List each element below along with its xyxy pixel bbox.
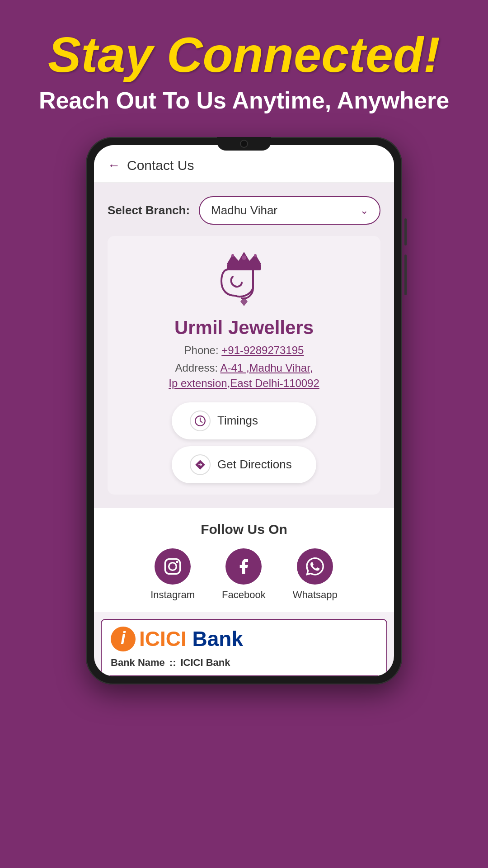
phone-screen: ← Contact Us Select Branch: Madhu Vihar … bbox=[94, 145, 394, 676]
main-title: Stay Connected! bbox=[18, 27, 470, 82]
icici-bank-text: ICICI Bank bbox=[139, 627, 243, 651]
icici-icon: i bbox=[111, 627, 136, 651]
branch-label: Select Branch: bbox=[108, 203, 190, 217]
svg-point-4 bbox=[254, 254, 257, 257]
icici-logo: i ICICI Bank bbox=[111, 627, 243, 651]
phone-label: Phone: bbox=[184, 344, 219, 356]
app-bar: ← Contact Us bbox=[94, 145, 394, 183]
directions-button[interactable]: Get Directions bbox=[172, 446, 316, 483]
instagram-icon bbox=[155, 548, 191, 585]
screen-content: Select Branch: Madhu Vihar ⌄ bbox=[94, 183, 394, 508]
subtitle: Reach Out To Us Anytime, Anywhere bbox=[18, 86, 470, 114]
bank-info-row: Bank Name :: ICICI Bank bbox=[111, 657, 377, 669]
back-button[interactable]: ← bbox=[108, 158, 120, 173]
app-bar-title: Contact Us bbox=[127, 158, 194, 173]
action-buttons: Timings Get Directions bbox=[117, 402, 371, 483]
timings-button[interactable]: Timings bbox=[172, 402, 316, 439]
directions-label: Get Directions bbox=[217, 458, 292, 472]
branch-selected-value: Madhu Vihar bbox=[211, 203, 277, 217]
address-line: Address: A-41 ,Madhu Vihar,Ip extension,… bbox=[117, 360, 371, 391]
bank-name-value: ICICI Bank bbox=[181, 657, 230, 669]
branch-selector-row: Select Branch: Madhu Vihar ⌄ bbox=[108, 196, 380, 225]
follow-section: Follow Us On Instagram bbox=[94, 508, 394, 612]
branch-dropdown[interactable]: Madhu Vihar ⌄ bbox=[199, 196, 380, 225]
urmil-logo bbox=[208, 245, 280, 308]
side-button-top bbox=[404, 218, 407, 245]
instagram-item[interactable]: Instagram bbox=[150, 548, 195, 601]
follow-title: Follow Us On bbox=[103, 522, 385, 537]
whatsapp-label: Whatsapp bbox=[293, 589, 338, 601]
whatsapp-icon bbox=[297, 548, 333, 585]
business-card: Urmil Jewellers Phone: +91-9289273195 Ad… bbox=[108, 236, 380, 494]
bank-name-label: Bank Name bbox=[111, 657, 165, 669]
camera bbox=[240, 140, 248, 148]
phone-line: Phone: +91-9289273195 bbox=[117, 344, 371, 357]
clock-icon bbox=[190, 410, 211, 431]
timings-label: Timings bbox=[217, 414, 258, 428]
phone-notch bbox=[217, 137, 271, 151]
phone-outer: ← Contact Us Select Branch: Madhu Vihar … bbox=[86, 137, 402, 684]
bank-section: i ICICI Bank Bank Name :: ICICI Bank bbox=[101, 619, 387, 676]
business-name: Urmil Jewellers bbox=[117, 317, 371, 339]
address-label: Address: bbox=[175, 362, 218, 374]
logo-container bbox=[117, 245, 371, 310]
facebook-item[interactable]: Facebook bbox=[222, 548, 266, 601]
side-button-mid bbox=[404, 255, 407, 295]
header-section: Stay Connected! Reach Out To Us Anytime,… bbox=[0, 0, 488, 128]
svg-point-3 bbox=[231, 254, 234, 257]
whatsapp-item[interactable]: Whatsapp bbox=[293, 548, 338, 601]
bank-name-separator: :: bbox=[169, 657, 176, 669]
svg-point-9 bbox=[176, 561, 178, 563]
chevron-down-icon: ⌄ bbox=[360, 205, 368, 217]
phone-frame: ← Contact Us Select Branch: Madhu Vihar … bbox=[86, 137, 402, 684]
phone-number[interactable]: +91-9289273195 bbox=[221, 344, 304, 356]
directions-icon bbox=[190, 454, 211, 475]
social-icons-row: Instagram Facebook bbox=[103, 548, 385, 601]
svg-point-2 bbox=[242, 255, 246, 260]
bank-logo-row: i ICICI Bank bbox=[111, 627, 377, 651]
svg-text:i: i bbox=[121, 628, 126, 647]
instagram-label: Instagram bbox=[150, 589, 195, 601]
facebook-label: Facebook bbox=[222, 589, 266, 601]
svg-point-8 bbox=[169, 562, 177, 570]
facebook-icon bbox=[225, 548, 262, 585]
